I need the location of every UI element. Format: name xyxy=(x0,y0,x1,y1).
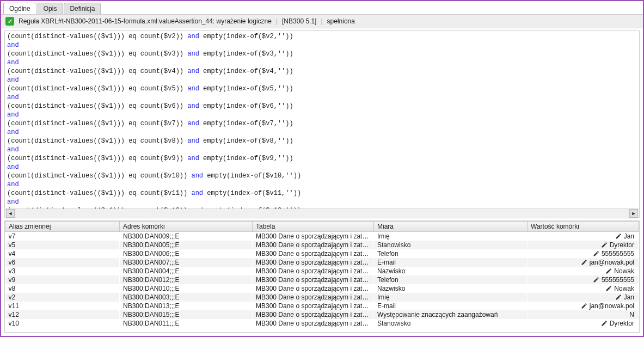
cell-value-text: Dyrektor xyxy=(610,320,634,327)
table-row[interactable]: v9NB300;DAN012;;;EMB300 Dane o sporządza… xyxy=(5,275,639,284)
column-header[interactable]: Tabela xyxy=(253,222,374,232)
cell-addr: NB300;DAN006;;;E xyxy=(120,249,253,258)
cell-value-text: Dyrektor xyxy=(610,241,634,249)
cell-measure: Telefon xyxy=(374,275,528,284)
cell-table: MB300 Dane o sporządzającym i zatwi... xyxy=(253,310,374,319)
cell-alias: v10 xyxy=(5,319,120,328)
table-row[interactable]: v10NB300;DAN011;;;EMB300 Dane o sporządz… xyxy=(5,319,639,328)
cell-addr: NB300;DAN003;;;E xyxy=(120,293,253,302)
cell-addr: NB300;DAN012;;;E xyxy=(120,275,253,284)
cell-measure: Stanowisko xyxy=(374,319,528,328)
cell-table: MB300 Dane o sporządzającym i zatwi... xyxy=(253,241,374,249)
table-row[interactable]: v11NB300;DAN013;;;EMB300 Dane o sporządz… xyxy=(5,302,639,310)
cell-value[interactable]: Nowak xyxy=(528,267,639,275)
variables-table: Alias zmiennejAdres komórkiTabelaMiaraWa… xyxy=(5,221,639,328)
cell-table: MB300 Dane o sporządzającym i zatwi... xyxy=(253,275,374,284)
cell-addr: NB300;DAN004;;;E xyxy=(120,267,253,275)
cell-value[interactable]: Jan xyxy=(528,293,639,302)
table-header-row: Alias zmiennejAdres komórkiTabelaMiaraWa… xyxy=(5,222,639,232)
cell-addr: NB300;DAN009;;;E xyxy=(120,232,253,241)
cell-value[interactable]: 555555555 xyxy=(528,249,639,258)
table-row[interactable]: v2NB300;DAN003;;;EMB300 Dane o sporządza… xyxy=(5,293,639,302)
cell-alias: v3 xyxy=(5,267,120,275)
cell-value[interactable]: Nowak xyxy=(528,284,639,293)
cell-value[interactable]: Dyrektor xyxy=(528,241,639,249)
cell-value[interactable]: jan@nowak.pol xyxy=(528,258,639,267)
cell-alias: v8 xyxy=(5,284,120,293)
cell-value[interactable]: 555555555 xyxy=(528,275,639,284)
cell-value[interactable]: N xyxy=(528,310,639,319)
rule-title: Reguła XBRL#t-NB300-2011-06-15-formula.x… xyxy=(19,17,272,25)
app-frame: OgólneOpisDefinicja ✓ Reguła XBRL#t-NB30… xyxy=(0,0,644,337)
tab-ogólne[interactable]: Ogólne xyxy=(3,3,36,14)
tab-definicja[interactable]: Definicja xyxy=(64,3,101,14)
cell-table: MB300 Dane o sporządzającym i zatwi... xyxy=(253,267,374,275)
cell-addr: NB300;DAN013;;;E xyxy=(120,302,253,310)
cell-measure: Imię xyxy=(374,293,528,302)
cell-measure: Nazwisko xyxy=(374,267,528,275)
column-header[interactable]: Miara xyxy=(374,222,528,232)
cell-addr: NB300;DAN005;;;E xyxy=(120,241,253,249)
tab-opis[interactable]: Opis xyxy=(38,3,63,14)
cell-addr: NB300;DAN007;;;E xyxy=(120,258,253,267)
pencil-icon xyxy=(605,285,612,292)
cell-value-text: Nowak xyxy=(614,267,634,275)
table-row[interactable]: v3NB300;DAN004;;;EMB300 Dane o sporządza… xyxy=(5,267,639,275)
cell-addr: NB300;DAN015;;;E xyxy=(120,310,253,319)
rule-header: ✓ Reguła XBRL#t-NB300-2011-06-15-formula… xyxy=(1,14,643,28)
pencil-icon xyxy=(581,302,587,310)
cell-alias: v9 xyxy=(5,275,120,284)
column-header[interactable]: Adres komórki xyxy=(120,222,253,232)
rule-code: [NB300 5.1] xyxy=(282,17,316,25)
cell-value-text: jan@nowak.pol xyxy=(590,259,634,266)
scroll-left-icon[interactable]: ◄ xyxy=(6,209,15,218)
cell-measure: Stanowisko xyxy=(374,241,528,249)
check-icon: ✓ xyxy=(5,17,14,26)
pencil-icon xyxy=(615,293,622,301)
cell-table: MB300 Dane o sporządzającym i zatwi... xyxy=(253,232,374,241)
cell-table: MB300 Dane o sporządzającym i zatwi... xyxy=(253,293,374,302)
cell-alias: v2 xyxy=(5,293,120,302)
horizontal-scrollbar[interactable]: ◄ ► xyxy=(5,209,639,218)
cell-value-text: Jan xyxy=(624,293,634,301)
cell-alias: v7 xyxy=(5,232,120,241)
cell-addr: NB300;DAN010;;;E xyxy=(120,284,253,293)
cell-measure: Nazwisko xyxy=(374,284,528,293)
pencil-icon xyxy=(601,241,608,249)
pencil-icon xyxy=(593,276,599,284)
cell-table: MB300 Dane o sporządzającym i zatwi... xyxy=(253,249,374,258)
cell-value-text: jan@nowak.pol xyxy=(590,302,634,310)
cell-value[interactable]: Jan xyxy=(528,232,639,241)
table-row[interactable]: v5NB300;DAN005;;;EMB300 Dane o sporządza… xyxy=(5,241,639,249)
cell-measure: Telefon xyxy=(374,249,528,258)
cell-value-text: 555555555 xyxy=(602,250,634,258)
expression-panel: (count(distinct-values(($v1))) eq count(… xyxy=(4,30,640,218)
table-row[interactable]: v6NB300;DAN007;;;EMB300 Dane o sporządza… xyxy=(5,258,639,267)
separator: | xyxy=(276,17,278,25)
cell-value-text: N xyxy=(629,311,634,318)
separator: | xyxy=(321,17,322,25)
cell-value-text: 555555555 xyxy=(602,276,634,284)
table-row[interactable]: v8NB300;DAN010;;;EMB300 Dane o sporządza… xyxy=(5,284,639,293)
cell-alias: v4 xyxy=(5,249,120,258)
pencil-icon xyxy=(593,250,599,258)
pencil-icon xyxy=(581,259,587,266)
scroll-right-icon[interactable]: ► xyxy=(629,209,638,218)
column-header[interactable]: Alias zmiennej xyxy=(5,222,120,232)
cell-alias: v11 xyxy=(5,302,120,310)
cell-table: MB300 Dane o sporządzającym i zatwi... xyxy=(253,284,374,293)
cell-value[interactable]: Dyrektor xyxy=(528,319,639,328)
table-row[interactable]: v12NB300;DAN015;;;EMB300 Dane o sporządz… xyxy=(5,310,639,319)
cell-alias: v12 xyxy=(5,310,120,319)
table-row[interactable]: v7NB300;DAN009;;;EMB300 Dane o sporządza… xyxy=(5,232,639,241)
column-header[interactable]: Wartość komórki xyxy=(528,222,639,232)
expression-text[interactable]: (count(distinct-values(($v1))) eq count(… xyxy=(5,31,639,209)
cell-alias: v5 xyxy=(5,241,120,249)
cell-value-text: Jan xyxy=(624,232,634,240)
cell-value[interactable]: jan@nowak.pol xyxy=(528,302,639,310)
cell-value-text: Nowak xyxy=(614,285,634,292)
variables-table-scroll[interactable]: Alias zmiennejAdres komórkiTabelaMiaraWa… xyxy=(5,221,639,332)
cell-measure: Imię xyxy=(374,232,528,241)
cell-measure: E-mail xyxy=(374,302,528,310)
table-row[interactable]: v4NB300;DAN006;;;EMB300 Dane o sporządza… xyxy=(5,249,639,258)
